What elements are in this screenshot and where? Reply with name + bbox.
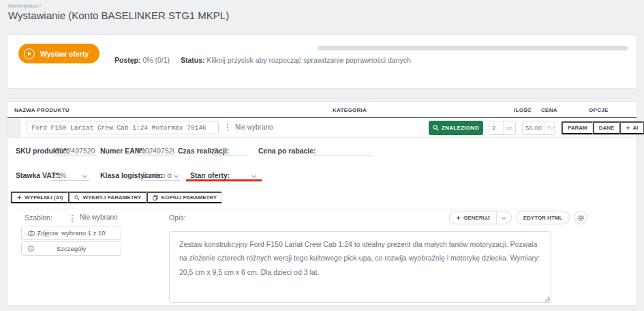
sparkle-icon — [626, 125, 630, 130]
section-divider — [14, 209, 557, 209]
column-header-quantity: ILOŚĆ — [514, 107, 532, 113]
breadcrumb[interactable]: Marketplace / — [8, 3, 41, 9]
chevron-down-icon — [82, 173, 87, 178]
quantity-unit: szt. — [503, 121, 515, 134]
column-header-category: KATEGORIA — [333, 107, 367, 113]
status-message: Kliknij przycisk aby rozpocząć sprawdzan… — [206, 56, 410, 64]
status-line: Postęp: 0% (0/1) Status: Kliknij przycis… — [114, 56, 411, 64]
quantity-value[interactable]: 2 — [489, 124, 503, 132]
camera-icon — [28, 231, 35, 236]
generate-button[interactable]: GENERUJ — [450, 211, 496, 224]
drag-handle[interactable] — [7, 118, 21, 137]
template-label: Szablon: — [25, 213, 52, 222]
description-toolbar: GENERUJ EDYTOR HTML — [449, 211, 587, 224]
table-row: Nie wybrano ZNALEZIONO 2 szt. 56.00 PLN … — [7, 118, 637, 138]
category-value[interactable]: Nie wybrano — [235, 123, 273, 131]
column-header-name: NAZWA PRODUKTU — [14, 107, 70, 113]
progress-bar — [318, 46, 628, 50]
status-label: Status: — [181, 56, 205, 64]
chevron-down-icon — [174, 173, 179, 178]
ai-button-label: AI — [632, 125, 638, 131]
chevron-down-icon — [251, 173, 256, 178]
handling-time-input[interactable]: 2 — [213, 145, 248, 156]
logistic-class-value: Bardzo duże — [142, 171, 172, 179]
listing-page: Marketplace / Wystawianie (Konto BASELIN… — [0, 0, 644, 311]
copy-icon — [153, 195, 158, 201]
submit-offers-label: Wystaw oferty — [40, 50, 89, 58]
page-title: Wystawianie (Konto BASELINKER STG1 MKPL) — [8, 10, 229, 21]
category-menu-icon[interactable] — [227, 124, 228, 131]
ean-input[interactable]: 5902497520 — [136, 145, 174, 156]
progress-label: Postęp: — [114, 56, 141, 64]
sku-value: 5902497520 — [55, 147, 95, 155]
template-value[interactable]: Nie wybrano — [80, 213, 118, 221]
price-field[interactable]: 56.00 PLN — [522, 121, 555, 135]
submit-offers-button[interactable]: Wystaw oferty — [18, 44, 99, 63]
template-menu-icon[interactable] — [72, 215, 73, 222]
description-textarea[interactable]: Zestaw konstrukcyjny Ford F150 Lariat Cr… — [169, 231, 551, 303]
product-card: NAZWA PRODUKTU KATEGORIA ILOŚĆ CENA OPCJ… — [7, 101, 637, 306]
generate-button-group: GENERUJ — [449, 211, 512, 224]
handling-time-value: 2 — [214, 147, 218, 155]
action-card: Wystaw oferty Postęp: 0% (0/1) Status: K… — [7, 34, 637, 89]
ai-button[interactable]: AI — [619, 121, 643, 134]
fill-ai-button[interactable]: WYPEŁNIJ (AI) — [11, 192, 68, 203]
progress-value: 0% (0/1) — [142, 56, 170, 64]
copy-parameters-label: KOPIUJ PARAMETRY — [161, 194, 217, 201]
found-button[interactable]: ZNALEZIONO — [429, 121, 483, 135]
html-editor-button[interactable]: EDYTOR HTML — [516, 211, 570, 224]
play-icon — [24, 48, 35, 59]
generate-dropdown-button[interactable] — [496, 211, 511, 224]
fill-ai-label: WYPEŁNIJ (AI) — [25, 194, 63, 201]
photos-button-label: Zdjęcia: wybrano 1 z 10 — [37, 229, 105, 237]
table-header: NAZWA PRODUKTU KATEGORIA ILOŚĆ CENA OPCJ… — [7, 102, 637, 118]
product-name-input[interactable] — [27, 121, 219, 134]
detect-parameters-button[interactable]: WYKRYJ PARAMETRY — [68, 192, 147, 203]
detect-parameters-label: WYKRYJ PARAMETRY — [82, 194, 141, 201]
search-icon — [74, 195, 80, 201]
parameter-actions-group: WYPEŁNIJ (AI) WYKRYJ PARAMETRY KOPIUJ PA… — [10, 191, 222, 204]
param-button[interactable]: PARAM — [562, 121, 593, 134]
column-header-price: CENA — [541, 107, 557, 113]
photos-button[interactable]: Zdjęcia: wybrano 1 z 10 — [21, 226, 121, 240]
sparkle-icon — [17, 195, 22, 200]
price-currency: PLN — [545, 121, 555, 134]
column-header-options: OPCJE — [589, 107, 609, 113]
found-label: ZNALEZIONO — [442, 125, 479, 131]
description-label: Opis: — [169, 213, 186, 222]
copy-parameters-button[interactable]: KOPIUJ PARAMETRY — [147, 192, 221, 203]
gear-icon — [577, 214, 585, 222]
dane-button[interactable]: DANE — [593, 121, 620, 134]
search-icon — [433, 125, 439, 131]
vat-value: 23% — [52, 171, 66, 179]
discount-price-input[interactable] — [313, 145, 372, 156]
chevron-down-icon — [502, 214, 506, 219]
generate-button-label: GENERUJ — [463, 215, 490, 221]
info-icon — [28, 246, 34, 252]
ean-value: 5902497520 — [137, 147, 174, 155]
logistic-class-select[interactable]: Bardzo duże — [141, 170, 181, 181]
price-value[interactable]: 56.00 — [523, 124, 545, 132]
details-button[interactable]: Szczegóły — [21, 241, 121, 256]
sparkle-icon — [456, 216, 461, 220]
quantity-field[interactable]: 2 szt. — [489, 121, 516, 135]
vat-select[interactable]: 23% — [50, 170, 89, 181]
discount-price-label: Cena po rabacie: — [258, 147, 316, 155]
description-settings-button[interactable] — [574, 211, 587, 224]
sku-input[interactable]: 5902497520 — [54, 145, 96, 156]
offer-state-error-underline — [186, 179, 262, 181]
details-button-label: Szczegóły — [57, 245, 86, 252]
options-button-group: PARAM DANE AI — [561, 121, 644, 135]
